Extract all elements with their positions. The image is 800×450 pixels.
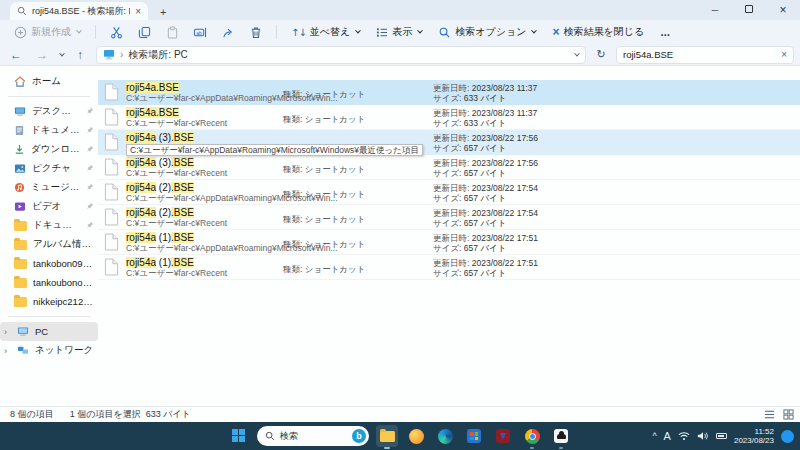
file-type: 種類: ショートカット bbox=[283, 214, 365, 226]
taskbar-search[interactable]: 検索 b bbox=[257, 426, 369, 446]
videos-icon bbox=[14, 201, 26, 212]
new-tab-button[interactable]: + bbox=[160, 6, 166, 18]
notification-icon[interactable] bbox=[781, 430, 794, 443]
battery-icon[interactable] bbox=[716, 433, 727, 439]
back-button[interactable]: ← bbox=[6, 48, 26, 62]
taskbar-app-red[interactable] bbox=[492, 425, 514, 447]
sidebar-divider bbox=[8, 96, 90, 97]
file-icon bbox=[104, 258, 119, 278]
share-icon bbox=[222, 26, 235, 39]
cut-icon bbox=[110, 26, 123, 39]
maximize-button[interactable] bbox=[732, 0, 766, 20]
file-row[interactable]: roji54a.BSE C:¥ユーザー¥far-c¥Recent 種類: ショー… bbox=[98, 105, 800, 130]
sidebar-item-downloads[interactable]: ダウンロード bbox=[0, 140, 98, 159]
sidebar-item-videos[interactable]: ビデオ bbox=[0, 197, 98, 216]
expand-chevron-icon[interactable]: › bbox=[4, 346, 11, 356]
breadcrumb[interactable]: › 検索場所: PC bbox=[96, 46, 586, 64]
details-view-icon[interactable] bbox=[764, 409, 775, 420]
sidebar-item-folder[interactable]: アルバム情報なし (20 bbox=[0, 235, 98, 254]
taskbar-app-cloud[interactable] bbox=[550, 425, 572, 447]
edge-icon bbox=[438, 429, 453, 444]
tab-close-icon[interactable]: × bbox=[135, 6, 141, 17]
cloud-app-icon bbox=[554, 429, 568, 443]
expand-chevron-icon[interactable]: › bbox=[4, 327, 11, 337]
desktop-icon bbox=[14, 106, 26, 117]
red-app-icon bbox=[496, 429, 510, 443]
date: 2023/08/23 bbox=[734, 436, 774, 445]
delete-button[interactable] bbox=[244, 22, 268, 42]
search-input[interactable]: roji54a.BSE × bbox=[616, 46, 794, 64]
sidebar-item-desktop[interactable]: デスクトップ bbox=[0, 102, 98, 121]
ellipsis-icon: … bbox=[660, 27, 670, 38]
cut-button[interactable] bbox=[104, 22, 128, 42]
tab-title: roji54a.BSE - 検索場所: PC bbox=[32, 5, 130, 18]
sidebar-item-pictures[interactable]: ピクチャ bbox=[0, 159, 98, 178]
taskbar: 検索 b ^ A bbox=[0, 422, 800, 450]
new-button[interactable]: 新規作成 bbox=[8, 23, 87, 41]
taskbar-clock[interactable]: 11:52 2023/08/23 bbox=[734, 427, 774, 445]
sidebar-divider bbox=[8, 316, 90, 317]
search-icon bbox=[17, 6, 27, 16]
paste-button[interactable] bbox=[160, 22, 184, 42]
file-row[interactable]: roji54a (1).BSE C:¥ユーザー¥far-c¥Recent 種類:… bbox=[98, 255, 800, 280]
up-button[interactable]: ↑ bbox=[70, 48, 90, 62]
sidebar-item-network[interactable]: › ネットワーク bbox=[0, 341, 98, 360]
item-count: 8 個の項目 bbox=[10, 408, 54, 421]
folder-icon bbox=[14, 297, 27, 307]
sidebar-item-documents[interactable]: ドキュメント bbox=[0, 121, 98, 140]
share-button[interactable] bbox=[216, 22, 240, 42]
file-icon bbox=[104, 233, 119, 253]
breadcrumb-separator: › bbox=[120, 49, 123, 60]
pin-icon bbox=[86, 220, 94, 231]
breadcrumb-label: 検索場所: PC bbox=[128, 48, 187, 62]
sidebar-item-pc[interactable]: › PC bbox=[0, 322, 98, 341]
status-bar: 8 個の項目 1 個の項目を選択 633 バイト bbox=[0, 406, 800, 422]
more-options-button[interactable]: … bbox=[654, 25, 676, 40]
file-row[interactable]: roji54a (3).BSE C:¥ユーザー¥far-c¥Recent 種類:… bbox=[98, 155, 800, 180]
taskbar-store[interactable] bbox=[463, 425, 485, 447]
ime-indicator[interactable]: A bbox=[664, 430, 671, 442]
refresh-button[interactable]: ↻ bbox=[592, 48, 610, 61]
sidebar-item-home[interactable]: ホーム bbox=[0, 72, 98, 91]
file-row[interactable]: roji54a (2).BSE C:¥ユーザー¥far-c¥AppData¥Ro… bbox=[98, 180, 800, 205]
close-window-button[interactable]: × bbox=[766, 0, 800, 20]
taskbar-edge[interactable] bbox=[434, 425, 456, 447]
large-icons-view-icon[interactable] bbox=[783, 409, 794, 420]
rename-icon: ab bbox=[193, 26, 207, 39]
file-row[interactable]: roji54a (2).BSE C:¥ユーザー¥far-c¥Recent 種類:… bbox=[98, 205, 800, 230]
start-button[interactable] bbox=[228, 425, 250, 447]
view-button[interactable]: 表示 bbox=[370, 23, 428, 41]
rename-button[interactable]: ab bbox=[188, 22, 212, 42]
file-icon bbox=[104, 208, 119, 228]
close-search-button[interactable]: × 検索結果を閉じる bbox=[546, 23, 650, 41]
pin-icon bbox=[86, 106, 94, 117]
sidebar-item-folder[interactable]: tankoubonootsuka bbox=[0, 273, 98, 292]
search-options-icon bbox=[438, 26, 451, 39]
address-bar: ← → ↑ › 検索場所: PC ↻ roji54a.BSE × bbox=[0, 44, 800, 66]
explorer-tab[interactable]: roji54a.BSE - 検索場所: PC × bbox=[10, 2, 148, 20]
network-icon bbox=[17, 345, 29, 356]
copy-button[interactable] bbox=[132, 22, 156, 42]
close-search-icon: × bbox=[552, 25, 559, 39]
sidebar-item-music[interactable]: ミュージック bbox=[0, 178, 98, 197]
file-meta: 更新日時: 2023/08/22 17:54 サイズ: 657 バイト bbox=[433, 208, 538, 228]
wifi-icon[interactable] bbox=[678, 431, 690, 441]
forward-button[interactable]: → bbox=[32, 48, 52, 62]
sidebar-item-documents-folder[interactable]: ドキュメント bbox=[0, 216, 98, 235]
file-row[interactable]: roji54a (3).BSE C:¥ユーザー¥far-c¥AppData¥Ro… bbox=[98, 130, 800, 155]
search-options-button[interactable]: 検索オプション bbox=[432, 23, 542, 41]
sidebar-item-folder[interactable]: tankobon09naito bbox=[0, 254, 98, 273]
sidebar-item-folder[interactable]: nikkeipc21202308 bbox=[0, 292, 98, 311]
taskbar-file-explorer[interactable] bbox=[376, 425, 398, 447]
minimize-button[interactable]: ─ bbox=[698, 0, 732, 20]
file-row[interactable]: roji54a (1).BSE C:¥ユーザー¥far-c¥AppData¥Ro… bbox=[98, 230, 800, 255]
taskbar-app-orange[interactable] bbox=[405, 425, 427, 447]
clear-search-icon[interactable]: × bbox=[781, 49, 787, 60]
address-dropdown-icon[interactable] bbox=[574, 50, 580, 56]
history-chevron-icon[interactable] bbox=[59, 50, 65, 56]
file-row[interactable]: roji54a.BSE C:¥ユーザー¥far-c¥AppData¥Roamin… bbox=[98, 80, 800, 105]
tray-expand-icon[interactable]: ^ bbox=[652, 431, 656, 441]
volume-icon[interactable] bbox=[697, 431, 709, 441]
taskbar-chrome[interactable] bbox=[521, 425, 543, 447]
sort-button[interactable]: ↑↓ 並べ替え bbox=[285, 23, 366, 41]
